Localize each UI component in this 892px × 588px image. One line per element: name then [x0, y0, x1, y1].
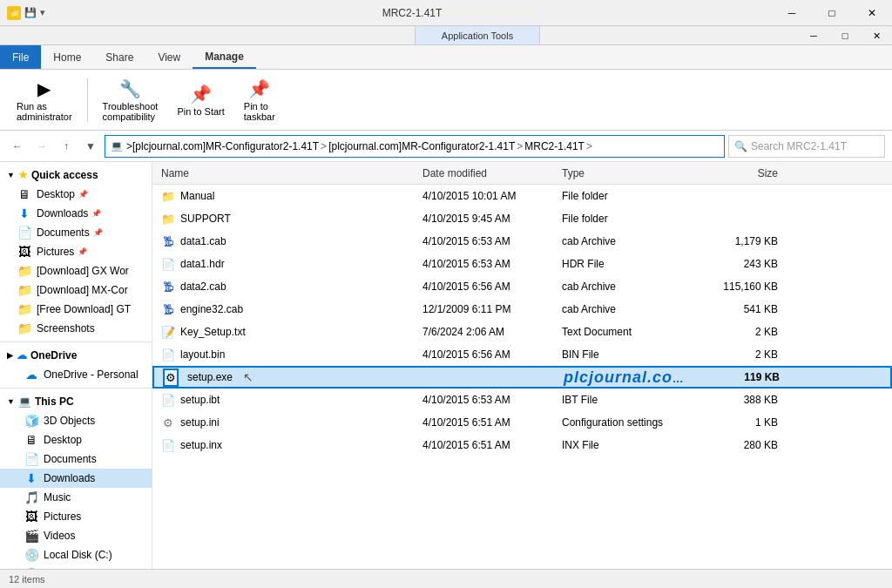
up-button[interactable]: ↑ — [56, 136, 77, 157]
table-row[interactable]: 📁 SUPPORT 4/10/2015 9:45 AM File folder — [152, 207, 892, 230]
table-row[interactable]: 📝 Key_Setup.txt 7/6/2024 2:06 AM Text Do… — [152, 321, 892, 343]
search-icon: 🔍 — [734, 140, 747, 152]
col-header-size[interactable]: Size — [696, 167, 783, 179]
ribbon-pin-start-btn[interactable]: 📌 Pin to Start — [169, 74, 232, 126]
cursor-pointer-icon: ↖ — [243, 370, 253, 384]
sidebar-item-desktop-pc[interactable]: 🖥 Desktop — [0, 430, 152, 449]
quick-save-icon[interactable]: 💾 — [24, 7, 37, 18]
ribbon-pin-taskbar-btn[interactable]: 📌 Pin totaskbar — [236, 74, 283, 126]
recent-locations-button[interactable]: ▼ — [80, 136, 101, 157]
tab-view[interactable]: View — [145, 45, 193, 69]
ribbon-run-btn[interactable]: ▶ Run asadministrator — [9, 74, 80, 126]
tab-manage[interactable]: Manage — [193, 45, 256, 69]
table-row[interactable]: 📁 Manual 4/10/2015 10:01 AM File folder — [152, 185, 892, 207]
sidebar-item-gx[interactable]: 📁 [Download] GX Wor — [0, 261, 152, 280]
sidebar-item-downloads-pc[interactable]: ⬇ Downloads — [0, 469, 152, 488]
table-row[interactable]: 🗜 data1.cab 4/10/2015 6:53 AM cab Archiv… — [152, 230, 892, 253]
txt-icon: 📝 — [161, 325, 175, 339]
sidebar-item-free[interactable]: 📁 [Free Download] GT — [0, 300, 152, 319]
sidebar-item-new-volume[interactable]: 💿 New Volume (E:) — [0, 564, 152, 569]
address-bar[interactable]: 💻 > [plcjournal.com]MR-Configurator2-1.4… — [105, 135, 725, 158]
documents-pc-icon: 📄 — [24, 452, 38, 466]
thispc-header[interactable]: ▼ 💻 This PC — [0, 392, 152, 411]
run-icon: ▶ — [37, 78, 51, 99]
title-bar: 📁 💾 ▾ MRC2-1.41T ─ □ ✕ — [0, 0, 892, 26]
onedrive-header[interactable]: ▶ ☁ OneDrive — [0, 346, 152, 365]
sidebar-item-mx[interactable]: 📁 [Download] MX-Cor — [0, 280, 152, 300]
sidebar-item-documents-pc[interactable]: 📄 Documents — [0, 449, 152, 469]
sidebar: ▼ ★ Quick access 🖥 Desktop 📌 ⬇ Downloads… — [0, 162, 152, 569]
thispc-section: ▼ 💻 This PC 🧊 3D Objects 🖥 Desktop 📄 Doc… — [0, 392, 152, 569]
local-disk-icon: 💿 — [24, 548, 38, 562]
quick-access-header[interactable]: ▼ ★ Quick access — [0, 166, 152, 185]
sidebar-item-pictures-pc[interactable]: 🖼 Pictures — [0, 507, 152, 526]
sidebar-item-local-disk[interactable]: 💿 Local Disk (C:) — [0, 545, 152, 564]
item-count: 12 items — [9, 574, 45, 585]
back-button[interactable]: ← — [7, 136, 28, 157]
ini-icon: ⚙ — [161, 416, 175, 429]
cab-icon-3: 🗜 — [161, 302, 175, 316]
mx-icon: 📁 — [17, 283, 31, 297]
tab-share[interactable]: Share — [93, 45, 145, 69]
col-header-name[interactable]: Name — [156, 167, 417, 179]
sidebar-item-videos[interactable]: 🎬 Videos — [0, 526, 152, 545]
col-header-type[interactable]: Type — [557, 167, 696, 179]
table-row[interactable]: 📄 setup.inx 4/10/2015 6:51 AM INX File 2… — [152, 434, 892, 456]
desktop-pc-icon: 🖥 — [24, 433, 38, 447]
pin-task-icon: 📌 — [248, 78, 270, 99]
app-icon: 📁 — [7, 6, 21, 20]
table-row[interactable]: ⚙ setup.exe ↖ plcjournal.com Application… — [152, 366, 892, 389]
watermark-text: plcjournal.com — [564, 368, 687, 386]
compat-icon: 🔧 — [119, 78, 141, 99]
sidebar-item-downloads-qa[interactable]: ⬇ Downloads 📌 — [0, 204, 152, 223]
folder-icon: 📁 — [161, 189, 175, 203]
file-area: Name Date modified Type Size 📁 Manual 4/… — [152, 162, 892, 569]
col-header-date[interactable]: Date modified — [417, 167, 557, 179]
status-bar: 12 items — [0, 569, 892, 588]
sidebar-item-music[interactable]: 🎵 Music — [0, 488, 152, 507]
gx-icon: 📁 — [17, 264, 31, 278]
exe-icon: ⚙ — [163, 368, 179, 387]
win-close[interactable]: ✕ — [861, 26, 892, 45]
quick-access-section: ▼ ★ Quick access 🖥 Desktop 📌 ⬇ Downloads… — [0, 166, 152, 338]
close-button[interactable]: ✕ — [852, 0, 892, 26]
quick-dropdown-icon[interactable]: ▾ — [40, 7, 45, 18]
tab-file[interactable]: File — [0, 45, 41, 69]
sidebar-divider-1 — [0, 341, 152, 342]
folder-icon: 📁 — [161, 212, 175, 226]
table-row[interactable]: 📄 setup.ibt 4/10/2015 6:53 AM IBT File 3… — [152, 389, 892, 411]
cab-icon: 🗜 — [161, 234, 175, 248]
inx-icon: 📄 — [161, 438, 175, 452]
pc-arrow-icon: ▼ — [7, 397, 15, 406]
sidebar-item-onedrive-personal[interactable]: ☁ OneDrive - Personal — [0, 365, 152, 384]
win-minimize[interactable]: ─ — [798, 26, 829, 45]
cloud-icon: ☁ — [17, 349, 27, 362]
pictures-pc-icon: 🖼 — [24, 510, 38, 524]
table-row[interactable]: ⚙ setup.ini 4/10/2015 6:51 AM Configurat… — [152, 411, 892, 434]
table-row[interactable]: 📄 data1.hdr 4/10/2015 6:53 AM HDR File 2… — [152, 253, 892, 275]
pictures-qa-icon: 🖼 — [17, 245, 31, 259]
sidebar-item-3dobjects[interactable]: 🧊 3D Objects — [0, 411, 152, 430]
table-row[interactable]: 📄 layout.bin 4/10/2015 6:56 AM BIN File … — [152, 343, 892, 366]
ribbon-compat-btn[interactable]: 🔧 Troubleshootcompatibility — [95, 74, 166, 126]
sidebar-item-documents-qa[interactable]: 📄 Documents 📌 — [0, 223, 152, 242]
forward-button[interactable]: → — [31, 136, 52, 157]
pin-icon-pic: 📌 — [78, 247, 87, 256]
pin-icon-dl: 📌 — [91, 209, 101, 218]
videos-icon: 🎬 — [24, 529, 38, 543]
bin-icon: 📄 — [161, 348, 175, 362]
onedrive-section: ▶ ☁ OneDrive ☁ OneDrive - Personal — [0, 346, 152, 384]
sidebar-item-desktop-qa[interactable]: 🖥 Desktop 📌 — [0, 185, 152, 204]
tab-home[interactable]: Home — [41, 45, 93, 69]
address-crumb-3: [plcjournal.com]MR-Configurator2-1.41T — [328, 140, 515, 152]
search-bar[interactable]: 🔍 Search MRC2-1.41T — [728, 135, 885, 158]
onedrive-personal-icon: ☁ — [24, 368, 38, 382]
sidebar-item-screenshots[interactable]: 📁 Screenshots — [0, 319, 152, 338]
table-row[interactable]: 🗜 data2.cab 4/10/2015 6:56 AM cab Archiv… — [152, 275, 892, 298]
sidebar-item-pictures-qa[interactable]: 🖼 Pictures 📌 — [0, 242, 152, 261]
maximize-button[interactable]: □ — [812, 0, 852, 26]
table-row[interactable]: 🗜 engine32.cab 12/1/2009 6:11 PM cab Arc… — [152, 298, 892, 321]
pin-icon: 📌 — [78, 190, 88, 199]
win-maximize[interactable]: □ — [829, 26, 861, 45]
minimize-button[interactable]: ─ — [772, 0, 812, 26]
